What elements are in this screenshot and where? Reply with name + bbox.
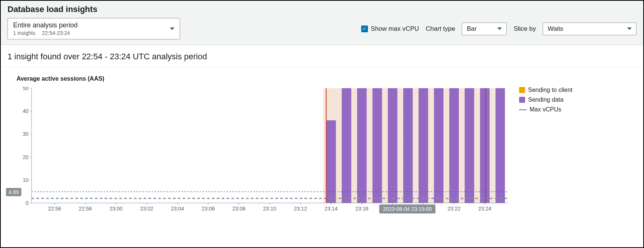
legend-swatch-icon — [519, 87, 525, 93]
period-main-label: Entire analysis period — [13, 21, 78, 29]
svg-text:10: 10 — [23, 177, 29, 183]
svg-rect-13 — [326, 120, 336, 203]
svg-text:23:14: 23:14 — [324, 206, 338, 212]
chart-type-value: Bar — [467, 25, 476, 33]
slice-by-label: Slice by — [513, 25, 536, 33]
legend-label: Sending data — [528, 96, 563, 103]
period-insights-count: 1 insights — [13, 30, 35, 36]
x-cursor-badge: 2023-08-04 23:19:00 — [379, 204, 435, 213]
svg-text:23:22: 23:22 — [447, 206, 461, 212]
legend-label: Sending to client — [528, 87, 572, 93]
insight-summary: 1 insight found over 22:54 - 23:24 UTC a… — [1, 45, 643, 67]
chart-type-label: Chart type — [426, 25, 455, 33]
svg-text:50: 50 — [23, 87, 29, 91]
svg-rect-15 — [357, 88, 366, 203]
chevron-down-icon — [497, 27, 502, 30]
svg-text:23:02: 23:02 — [140, 206, 153, 212]
show-max-vcpu-checkbox[interactable]: ✓ Show max vCPU — [361, 25, 419, 33]
legend-dashed-icon — [519, 109, 527, 110]
chart-legend: Sending to client Sending data Max vCPUs — [512, 87, 572, 214]
svg-text:23:12: 23:12 — [294, 206, 307, 212]
legend-item-sending-data[interactable]: Sending data — [519, 96, 572, 103]
svg-text:23:00: 23:00 — [110, 206, 123, 212]
svg-rect-22 — [465, 88, 474, 203]
chart-title: Average active sessions (AAS) — [17, 75, 636, 82]
aas-chart[interactable]: 0102030405022:5622:5823:0023:0223:0423:0… — [17, 87, 512, 214]
svg-text:23:06: 23:06 — [202, 206, 215, 212]
svg-rect-14 — [342, 88, 351, 203]
svg-rect-16 — [372, 88, 382, 203]
y-cursor-badge: 4.89 — [6, 188, 21, 196]
svg-rect-20 — [434, 88, 443, 203]
analysis-period-select[interactable]: Entire analysis period 1 insights 22:54-… — [8, 18, 180, 39]
svg-text:23:10: 23:10 — [263, 206, 276, 212]
svg-text:40: 40 — [23, 108, 29, 114]
svg-text:23:08: 23:08 — [233, 206, 246, 212]
legend-label: Max vCPUs — [530, 106, 561, 113]
svg-text:0: 0 — [26, 200, 29, 206]
svg-rect-24 — [495, 88, 505, 203]
slice-by-select[interactable]: Waits — [543, 23, 636, 35]
svg-rect-19 — [419, 88, 428, 203]
slice-by-value: Waits — [548, 25, 563, 33]
svg-text:30: 30 — [23, 131, 29, 137]
svg-text:22:58: 22:58 — [79, 206, 92, 212]
period-range: 22:54-23:24 — [42, 30, 70, 36]
svg-text:20: 20 — [23, 154, 29, 160]
legend-item-max-vcpus[interactable]: Max vCPUs — [519, 106, 572, 113]
show-max-vcpu-label: Show max vCPU — [371, 25, 419, 33]
chart-type-select[interactable]: Bar — [462, 23, 507, 35]
svg-text:22:56: 22:56 — [48, 206, 61, 212]
legend-item-sending-to-client[interactable]: Sending to client — [519, 87, 572, 93]
svg-text:23:16: 23:16 — [355, 206, 368, 212]
chevron-down-icon — [627, 27, 632, 30]
svg-text:23:04: 23:04 — [171, 206, 184, 212]
svg-text:23:24: 23:24 — [478, 206, 491, 212]
svg-rect-23 — [480, 88, 489, 203]
legend-swatch-icon — [519, 97, 525, 103]
chevron-down-icon — [170, 27, 174, 30]
svg-rect-21 — [449, 88, 459, 203]
svg-rect-17 — [388, 88, 397, 203]
checkbox-checked-icon: ✓ — [361, 26, 368, 32]
page-title: Database load insights — [8, 5, 636, 14]
